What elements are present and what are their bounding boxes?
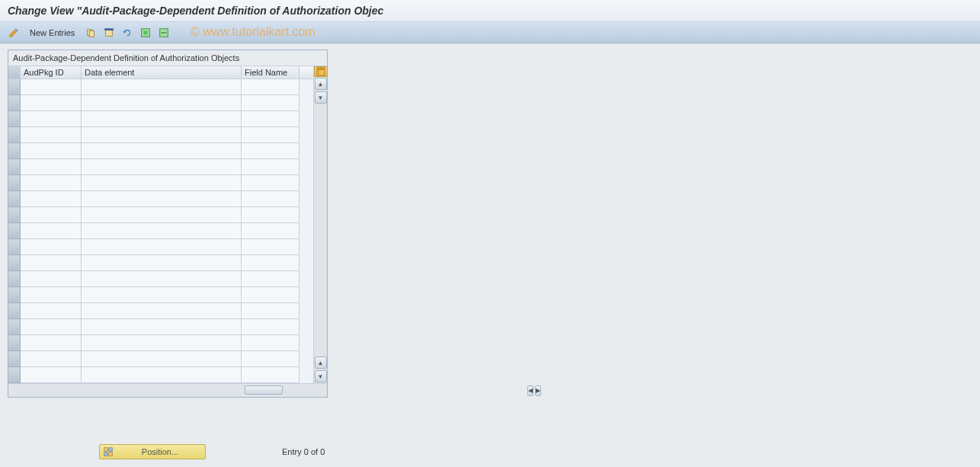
row-selector[interactable] [8, 287, 21, 303]
table-cell[interactable] [82, 319, 242, 335]
table-cell[interactable] [242, 271, 299, 287]
table-cell[interactable] [82, 95, 242, 111]
table-cell[interactable] [82, 271, 242, 287]
undo-button[interactable] [120, 25, 135, 40]
svg-rect-10 [104, 448, 107, 451]
table-cell[interactable] [242, 351, 299, 367]
scroll-down-button-bottom[interactable]: ▼ [315, 370, 327, 382]
row-selector[interactable] [8, 271, 21, 287]
horizontal-scrollbar[interactable]: ◀ ▶ [8, 383, 327, 397]
table-cell[interactable] [82, 287, 242, 303]
table-cell[interactable] [82, 207, 242, 223]
table-cell[interactable] [242, 335, 299, 351]
scroll-up-button[interactable]: ▲ [315, 78, 327, 90]
table-cell[interactable] [21, 95, 82, 111]
row-selector[interactable] [8, 79, 21, 95]
deselect-all-button[interactable] [156, 25, 171, 40]
row-selector[interactable] [8, 239, 21, 255]
table-cell[interactable] [82, 111, 242, 127]
table-cell[interactable] [82, 223, 242, 239]
row-selector[interactable] [8, 111, 21, 127]
row-selector[interactable] [8, 127, 21, 143]
table-cell[interactable] [21, 127, 82, 143]
row-selector[interactable] [8, 367, 21, 383]
table-cell[interactable] [242, 287, 299, 303]
table-cell[interactable] [21, 159, 82, 175]
table-cell[interactable] [21, 191, 82, 207]
row-selector[interactable] [8, 95, 21, 111]
table-cell[interactable] [21, 143, 82, 159]
table-cell[interactable] [242, 303, 299, 319]
table-cell[interactable] [21, 111, 82, 127]
table-cell[interactable] [242, 367, 299, 383]
table-cell[interactable] [82, 351, 242, 367]
table-cell[interactable] [82, 335, 242, 351]
row-selector[interactable] [8, 175, 21, 191]
scroll-up-button-bottom[interactable]: ▲ [315, 357, 327, 369]
table-cell[interactable] [21, 287, 82, 303]
table-cell[interactable] [82, 143, 242, 159]
table-cell[interactable] [21, 335, 82, 351]
row-selector-header[interactable] [8, 66, 21, 78]
table-cell[interactable] [82, 191, 242, 207]
table-cell[interactable] [21, 175, 82, 191]
table-cell[interactable] [242, 239, 299, 255]
table-cell[interactable] [21, 223, 82, 239]
table-cell[interactable] [242, 207, 299, 223]
col-header-audpkg[interactable]: AudPkg ID [21, 66, 82, 78]
table-cell[interactable] [242, 159, 299, 175]
table-cell[interactable] [242, 79, 299, 95]
table-cell[interactable] [242, 95, 299, 111]
scroll-down-button[interactable]: ▼ [315, 91, 327, 104]
table-cell[interactable] [21, 239, 82, 255]
edit-icon-button[interactable] [6, 25, 21, 40]
scroll-left-button[interactable]: ◀ [527, 385, 533, 396]
scroll-right-button[interactable]: ▶ [535, 385, 541, 396]
table-cell[interactable] [242, 191, 299, 207]
row-selector[interactable] [8, 159, 21, 175]
table-cell[interactable] [21, 319, 82, 335]
table-cell[interactable] [21, 79, 82, 95]
row-selector[interactable] [8, 335, 21, 351]
new-entries-button[interactable]: New Entries [24, 25, 80, 40]
table-cell[interactable] [242, 127, 299, 143]
position-button[interactable]: Position... [99, 444, 206, 459]
table-cell[interactable] [21, 351, 82, 367]
table-cell[interactable] [82, 367, 242, 383]
row-selector[interactable] [8, 223, 21, 239]
table-cell[interactable] [242, 255, 299, 271]
delete-button[interactable] [101, 25, 117, 40]
row-selector[interactable] [8, 207, 21, 223]
vertical-scrollbar[interactable]: ▲ ▼ ▲ ▼ [313, 66, 327, 383]
table-cell[interactable] [82, 79, 242, 95]
col-header-fieldname[interactable]: Field Name [242, 66, 299, 78]
table-cell[interactable] [82, 239, 242, 255]
table-cell[interactable] [21, 255, 82, 271]
table-cell[interactable] [242, 319, 299, 335]
table-cell[interactable] [82, 127, 242, 143]
scroll-track-h[interactable] [8, 385, 283, 396]
table-cell[interactable] [21, 303, 82, 319]
row-selector[interactable] [8, 143, 21, 159]
row-selector[interactable] [8, 255, 21, 271]
copy-button[interactable] [83, 25, 98, 40]
table-cell[interactable] [21, 367, 82, 383]
table-cell[interactable] [242, 143, 299, 159]
table-cell[interactable] [242, 175, 299, 191]
table-cell[interactable] [82, 159, 242, 175]
row-selector[interactable] [8, 191, 21, 207]
table-config-button[interactable] [314, 66, 328, 77]
table-cell[interactable] [21, 207, 82, 223]
table-cell[interactable] [82, 255, 242, 271]
table-cell[interactable] [242, 223, 299, 239]
table-cell[interactable] [82, 303, 242, 319]
table-cell[interactable] [242, 111, 299, 127]
col-header-dataelem[interactable]: Data element [82, 66, 242, 78]
table-cell[interactable] [82, 175, 242, 191]
row-selector[interactable] [8, 319, 21, 335]
select-all-button[interactable] [138, 25, 153, 40]
table-cell[interactable] [21, 271, 82, 287]
scroll-thumb-h[interactable] [245, 385, 283, 395]
row-selector[interactable] [8, 351, 21, 367]
row-selector[interactable] [8, 303, 21, 319]
